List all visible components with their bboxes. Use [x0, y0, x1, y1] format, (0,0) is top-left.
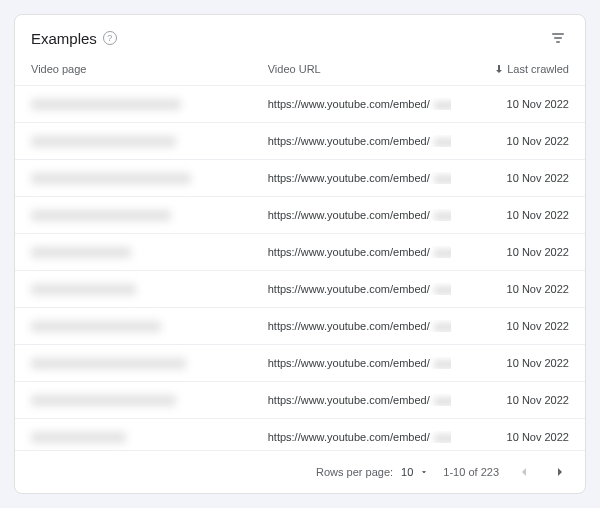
- redacted-text: [31, 321, 161, 332]
- redacted-text: [434, 249, 451, 258]
- filter-button[interactable]: [547, 27, 569, 49]
- table-row[interactable]: https://www.youtube.com/embed/10 Nov 202…: [15, 307, 585, 344]
- cell-video-url: https://www.youtube.com/embed/: [268, 246, 451, 258]
- redacted-text: [434, 323, 451, 332]
- cell-last-crawled: 10 Nov 2022: [451, 209, 569, 221]
- cell-video-url: https://www.youtube.com/embed/: [268, 320, 451, 332]
- column-header-page[interactable]: Video page: [31, 63, 268, 75]
- card-header: Examples ?: [15, 15, 585, 59]
- cell-video-page: [31, 99, 268, 110]
- cell-last-crawled: 10 Nov 2022: [451, 320, 569, 332]
- cell-video-url: https://www.youtube.com/embed/: [268, 357, 451, 369]
- table-row[interactable]: https://www.youtube.com/embed/10 Nov 202…: [15, 381, 585, 418]
- cell-video-page: [31, 432, 268, 443]
- cell-video-url: https://www.youtube.com/embed/: [268, 98, 451, 110]
- table-row[interactable]: https://www.youtube.com/embed/10 Nov 202…: [15, 233, 585, 270]
- cell-video-page: [31, 136, 268, 147]
- table-row[interactable]: https://www.youtube.com/embed/10 Nov 202…: [15, 122, 585, 159]
- cell-video-page: [31, 210, 268, 221]
- cell-video-url: https://www.youtube.com/embed/: [268, 394, 451, 406]
- table-row[interactable]: https://www.youtube.com/embed/10 Nov 202…: [15, 344, 585, 381]
- redacted-text: [31, 210, 171, 221]
- table-row[interactable]: https://www.youtube.com/embed/10 Nov 202…: [15, 196, 585, 233]
- rows-per-page: Rows per page: 10: [316, 466, 429, 478]
- cell-video-url: https://www.youtube.com/embed/: [268, 135, 451, 147]
- redacted-text: [31, 432, 126, 443]
- filter-icon: [550, 30, 566, 46]
- cell-video-page: [31, 395, 268, 406]
- table-row[interactable]: https://www.youtube.com/embed/10 Nov 202…: [15, 270, 585, 307]
- next-page-button[interactable]: [549, 461, 571, 483]
- prev-page-button[interactable]: [513, 461, 535, 483]
- cell-video-url: https://www.youtube.com/embed/: [268, 283, 451, 295]
- cell-last-crawled: 10 Nov 2022: [451, 394, 569, 406]
- redacted-text: [434, 360, 451, 369]
- redacted-text: [434, 212, 451, 221]
- rows-per-page-value: 10: [401, 466, 413, 478]
- table-body: https://www.youtube.com/embed/10 Nov 202…: [15, 85, 585, 450]
- chevron-right-icon: [552, 464, 568, 480]
- column-header-date-label: Last crawled: [507, 63, 569, 75]
- redacted-text: [434, 101, 451, 110]
- columns-header: Video page Video URL Last crawled: [15, 59, 585, 85]
- redacted-text: [434, 138, 451, 147]
- cell-video-url: https://www.youtube.com/embed/: [268, 209, 451, 221]
- redacted-text: [31, 99, 181, 110]
- cell-video-page: [31, 173, 268, 184]
- cell-last-crawled: 10 Nov 2022: [451, 283, 569, 295]
- chevron-down-icon: [419, 467, 429, 477]
- redacted-text: [434, 175, 451, 184]
- cell-last-crawled: 10 Nov 2022: [451, 246, 569, 258]
- redacted-text: [434, 397, 451, 406]
- rows-per-page-select[interactable]: 10: [401, 466, 429, 478]
- cell-video-page: [31, 321, 268, 332]
- column-header-date[interactable]: Last crawled: [451, 63, 569, 75]
- table-footer: Rows per page: 10 1-10 of 223: [15, 450, 585, 493]
- column-header-url[interactable]: Video URL: [268, 63, 451, 75]
- redacted-text: [434, 434, 451, 443]
- title-wrap: Examples ?: [31, 30, 117, 47]
- cell-last-crawled: 10 Nov 2022: [451, 431, 569, 443]
- cell-video-url: https://www.youtube.com/embed/: [268, 431, 451, 443]
- cell-last-crawled: 10 Nov 2022: [451, 172, 569, 184]
- redacted-text: [31, 136, 176, 147]
- help-icon[interactable]: ?: [103, 31, 117, 45]
- cell-video-page: [31, 358, 268, 369]
- redacted-text: [31, 395, 176, 406]
- cell-last-crawled: 10 Nov 2022: [451, 98, 569, 110]
- redacted-text: [434, 286, 451, 295]
- table-row[interactable]: https://www.youtube.com/embed/10 Nov 202…: [15, 85, 585, 122]
- redacted-text: [31, 247, 131, 258]
- table-row[interactable]: https://www.youtube.com/embed/10 Nov 202…: [15, 159, 585, 196]
- table-row[interactable]: https://www.youtube.com/embed/10 Nov 202…: [15, 418, 585, 450]
- cell-last-crawled: 10 Nov 2022: [451, 135, 569, 147]
- pagination-range: 1-10 of 223: [443, 466, 499, 478]
- redacted-text: [31, 173, 191, 184]
- rows-per-page-label: Rows per page:: [316, 466, 393, 478]
- cell-last-crawled: 10 Nov 2022: [451, 357, 569, 369]
- cell-video-url: https://www.youtube.com/embed/: [268, 172, 451, 184]
- sort-arrow-down-icon: [493, 63, 505, 75]
- card-title: Examples: [31, 30, 97, 47]
- cell-video-page: [31, 284, 268, 295]
- redacted-text: [31, 358, 186, 369]
- cell-video-page: [31, 247, 268, 258]
- redacted-text: [31, 284, 136, 295]
- chevron-left-icon: [516, 464, 532, 480]
- examples-card: Examples ? Video page Video URL Last cra…: [14, 14, 586, 494]
